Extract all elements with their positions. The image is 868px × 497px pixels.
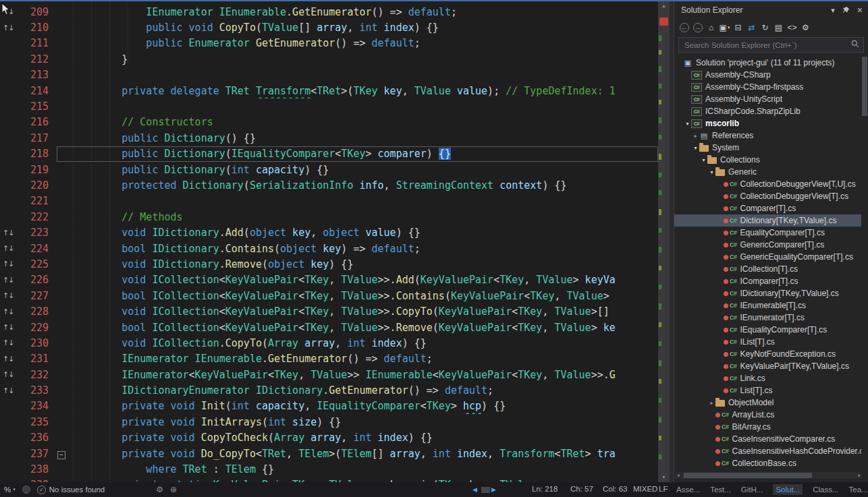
code-line[interactable]: 236private void CopyToCheck(Array array,… <box>0 430 658 446</box>
navigate-back-icon[interactable]: ← <box>678 21 690 34</box>
code-line[interactable]: ↑↓230void ICollection.CopyTo(Array array… <box>0 335 658 351</box>
tree-item[interactable]: C#KeyValuePair[TKey,TValue].cs <box>674 360 861 372</box>
line-number[interactable]: 221 <box>19 195 57 207</box>
code-line[interactable]: 218public Dictionary(IEqualityComparer<T… <box>0 146 658 162</box>
code-text[interactable]: // Constructors <box>57 115 658 130</box>
code-text[interactable]: bool IDictionary.Contains(object key) =>… <box>57 241 658 256</box>
implements-arrows-icon[interactable]: ↑↓ <box>0 229 19 237</box>
code-line[interactable]: 216// Constructors <box>0 115 658 130</box>
tree-item[interactable]: C#BitArray.cs <box>674 421 861 433</box>
code-line[interactable]: 238where TRet : TElem {} <box>0 461 658 477</box>
tree-item[interactable]: C#CaseInsensitiveComparer.cs <box>674 433 861 445</box>
hscroll-left-icon[interactable]: ◀ <box>472 486 477 493</box>
code-line[interactable]: ↑↓227bool ICollection<KeyValuePair<TKey,… <box>0 288 658 303</box>
code-line[interactable]: ↑↓232IEnumerator<KeyValuePair<TKey, TVal… <box>0 367 658 382</box>
code-text[interactable]: void IDictionary.Remove(object key) {} <box>57 256 658 272</box>
line-number[interactable]: 212 <box>19 53 57 65</box>
implements-arrows-icon[interactable]: ↑↓ <box>0 308 19 316</box>
code-line[interactable]: ↑↓223void IDictionary.Add(object key, ob… <box>0 225 658 240</box>
code-line[interactable]: ↑↓224bool IDictionary.Contains(object ke… <box>0 241 658 256</box>
scrollbar-up-icon[interactable]: ▲ <box>658 1 670 11</box>
collapse-all-icon[interactable]: ⊟ <box>732 21 744 34</box>
implements-arrows-icon[interactable]: ↑↓ <box>0 323 19 332</box>
tree-item[interactable]: ▾C#mscorlib <box>674 117 861 129</box>
caret-line-indicator[interactable]: Ln: 218 <box>532 485 558 493</box>
code-editor[interactable]: ↑↓209IEnumerator IEnumerable.GetEnumerat… <box>0 1 670 482</box>
code-text[interactable]: private void Do_CopyTo<TRet, TElem>(TEle… <box>57 446 658 461</box>
tree-item[interactable]: C#IComparer[T].cs <box>674 275 861 287</box>
code-line[interactable]: 214private delegate TRet Transform<TRet>… <box>0 83 658 98</box>
tree-item[interactable]: C#KeyNotFoundException.cs <box>674 348 861 360</box>
tools-icon[interactable]: ⚙ <box>156 485 163 494</box>
code-text[interactable]: void ICollection<KeyValuePair<TKey, TVal… <box>57 272 658 288</box>
tree-item[interactable]: C#ICSharpCode.SharpZipLib <box>674 105 861 117</box>
code-text[interactable]: IDictionaryEnumerator IDictionary.GetEnu… <box>57 382 658 398</box>
zoom-control[interactable]: % ▾ <box>4 486 16 494</box>
tree-item[interactable]: ▸ObjectModel <box>674 397 861 409</box>
view-code-icon[interactable]: <> <box>786 21 798 34</box>
tree-item[interactable]: ▸▤References <box>674 129 861 142</box>
search-icon[interactable] <box>851 40 859 50</box>
navigate-forward-icon[interactable]: → <box>691 21 704 34</box>
code-text[interactable]: void ICollection<KeyValuePair<TKey, TVal… <box>57 303 658 319</box>
tree-item[interactable]: C#Assembly-CSharp-firstpass <box>674 81 861 93</box>
code-line[interactable]: ↑↓233IDictionaryEnumerator IDictionary.G… <box>0 382 658 398</box>
fold-collapse-icon[interactable]: − <box>57 451 65 459</box>
line-number[interactable]: 230 <box>19 337 57 349</box>
code-text[interactable]: public Dictionary(IEqualityComparer<TKey… <box>57 146 658 162</box>
line-number[interactable]: 237 <box>19 448 57 460</box>
code-line[interactable]: 219public Dictionary(int capacity) {} <box>0 162 658 177</box>
code-text[interactable]: public Dictionary() {} <box>57 130 658 146</box>
code-text[interactable]: where TRet : TElem {} <box>57 461 658 477</box>
implements-arrows-icon[interactable]: ↑↓ <box>0 260 19 268</box>
tree-item[interactable]: C#GenericComparer[T].cs <box>674 239 861 251</box>
tree-item[interactable]: C#Comparer[T].cs <box>674 202 861 214</box>
line-number[interactable]: 220 <box>19 179 57 192</box>
code-text[interactable]: void ICollection.CopyTo(Array array, int… <box>57 335 658 351</box>
line-number[interactable]: 232 <box>19 369 57 381</box>
code-line[interactable]: 234private void Init(int capacity, IEqua… <box>0 399 658 414</box>
tree-item[interactable]: C#IDictionary[TKey,TValue].cs <box>674 287 861 299</box>
line-number[interactable]: 210 <box>19 22 57 34</box>
home-icon[interactable]: ⌂ <box>705 21 717 34</box>
code-text[interactable]: private delegate TRet Transform<TRet>(TK… <box>57 83 658 98</box>
implements-arrows-icon[interactable]: ↑↓ <box>0 276 19 285</box>
scroll-right-icon[interactable]: ▸ <box>858 472 861 479</box>
code-line[interactable]: 211public Enumerator GetEnumerator() => … <box>0 36 658 51</box>
code-text[interactable]: IEnumerator IEnumerable.GetEnumerator() … <box>57 351 658 367</box>
panel-tab[interactable]: Tea... <box>849 486 868 494</box>
tree-item[interactable]: C#CollectionDebuggerView[T,U].cs <box>674 178 861 190</box>
hscroll-thumb[interactable] <box>684 473 812 478</box>
code-text[interactable]: IEnumerator<KeyValuePair<TKey, TValue>> … <box>57 367 658 382</box>
line-number[interactable]: 224 <box>19 243 57 255</box>
window-menu-icon[interactable]: ▾ <box>831 7 835 14</box>
search-box[interactable] <box>678 37 864 53</box>
code-line[interactable]: ↑↓228void ICollection<KeyValuePair<TKey,… <box>0 303 658 319</box>
tree-item[interactable]: C#ICollection[T].cs <box>674 263 861 275</box>
code-text[interactable]: private void CopyToCheck(Array array, in… <box>57 430 658 446</box>
tree-item[interactable]: C#GenericEqualityComparer[T].cs <box>674 251 861 263</box>
code-text[interactable]: IEnumerator IEnumerable.GetEnumerator() … <box>57 4 658 20</box>
hscroll-thumb[interactable] <box>481 487 490 493</box>
code-text[interactable]: private static KeyValuePair<TKey, TValue… <box>57 477 658 482</box>
code-line[interactable]: 213 <box>0 67 658 83</box>
code-text[interactable]: private void Init(int capacity, IEqualit… <box>57 399 658 414</box>
line-number[interactable]: 223 <box>19 227 57 239</box>
code-line[interactable]: 217public Dictionary() {} <box>0 130 658 146</box>
chevron-collapsed-icon[interactable]: ▸ <box>692 133 699 139</box>
code-line[interactable]: ↑↓225void IDictionary.Remove(object key)… <box>0 256 658 272</box>
properties-icon[interactable]: ⚙ <box>799 21 812 34</box>
line-number[interactable]: 209 <box>19 6 57 18</box>
sync-with-active-document-icon[interactable]: ⇄ <box>745 21 758 34</box>
tree-item[interactable]: C#Assembly-CSharp <box>674 69 861 81</box>
chevron-collapsed-icon[interactable]: ▸ <box>708 400 715 406</box>
panel-tab[interactable]: GitH... <box>741 486 763 494</box>
line-number[interactable]: 227 <box>19 290 57 302</box>
line-number[interactable]: 211 <box>19 37 57 49</box>
code-text[interactable]: bool ICollection<KeyValuePair<TKey, TVal… <box>57 320 658 335</box>
code-line[interactable]: 235private void InitArrays(int size) {} <box>0 414 658 430</box>
code-line[interactable]: 220protected Dictionary(SerializationInf… <box>0 177 658 193</box>
scrollbar-down-icon[interactable]: ▼ <box>658 473 670 482</box>
implements-arrows-icon[interactable]: ↑↓ <box>0 24 19 32</box>
tree-item[interactable]: ▾Collections <box>674 154 861 166</box>
